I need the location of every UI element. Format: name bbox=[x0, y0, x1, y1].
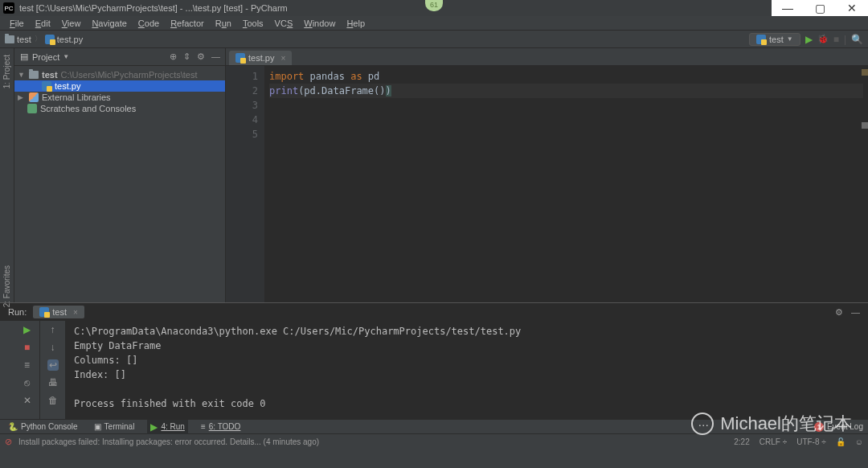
tab-label: 4: Run bbox=[161, 422, 184, 431]
run-config-label: test bbox=[769, 35, 784, 44]
close-icon[interactable]: × bbox=[73, 308, 78, 317]
breadcrumb-separator: 〉 bbox=[35, 34, 42, 44]
editor-tabs: test.py × bbox=[226, 48, 868, 66]
tab-label: Terminal bbox=[104, 422, 135, 431]
tab-python-console[interactable]: 🐍 Python Console bbox=[5, 421, 81, 433]
scratch-icon bbox=[27, 104, 37, 113]
editor: test.py × 1 2 3 4 5 import pandas as pd … bbox=[226, 48, 868, 302]
rail-project[interactable]: 1: Project bbox=[2, 55, 11, 88]
menu-refactor[interactable]: Refactor bbox=[166, 17, 209, 30]
readonly-icon[interactable]: 🔓 bbox=[836, 437, 845, 446]
tab-label: 6: TODO bbox=[209, 422, 241, 431]
code-area[interactable]: import pandas as pd print(pd.DataFrame()… bbox=[264, 66, 868, 302]
task-badge[interactable]: 61 bbox=[425, 0, 443, 11]
tree-extlib-label: External Libraries bbox=[42, 92, 111, 102]
print-icon[interactable]: 🖶 bbox=[47, 377, 59, 388]
tab-run[interactable]: ▶ 4: Run bbox=[147, 420, 187, 434]
gear-icon[interactable]: ⚙ bbox=[197, 51, 205, 62]
code-line-2: print(pd.DataFrame()) bbox=[269, 84, 863, 98]
project-view-icon: ▤ bbox=[19, 52, 29, 62]
inspector-icon[interactable]: ☺ bbox=[855, 437, 863, 446]
python-icon: 🐍 bbox=[8, 422, 18, 431]
expand-arrow-icon[interactable]: ▶ bbox=[18, 93, 26, 101]
close-button[interactable]: ✕ bbox=[836, 0, 868, 16]
hide-icon[interactable]: — bbox=[211, 51, 220, 62]
stop-icon[interactable]: ■ bbox=[22, 342, 33, 353]
caret-position[interactable]: 2:22 bbox=[734, 437, 749, 446]
breadcrumb-folder[interactable]: test bbox=[5, 35, 31, 44]
python-file-icon bbox=[42, 81, 51, 91]
search-everywhere-icon[interactable]: 🔍 bbox=[851, 34, 863, 45]
trash-icon[interactable]: 🗑 bbox=[47, 395, 59, 406]
run-tab[interactable]: test × bbox=[33, 306, 84, 318]
status-bar: ⊘ Install packages failed: Installing pa… bbox=[0, 433, 868, 450]
stop-button[interactable]: ■ bbox=[833, 34, 839, 45]
menu-vcs[interactable]: VCS bbox=[270, 17, 298, 30]
close-icon[interactable]: ✕ bbox=[22, 395, 33, 406]
gear-icon[interactable]: ⚙ bbox=[835, 307, 843, 318]
notification-badge[interactable]: 1 bbox=[814, 422, 824, 432]
menu-help[interactable]: Help bbox=[342, 17, 370, 30]
rail-favorites[interactable]: 2: Favorites bbox=[2, 265, 11, 307]
menu-tools[interactable]: Tools bbox=[238, 17, 268, 30]
menu-view[interactable]: View bbox=[57, 17, 86, 30]
run-config-selector[interactable]: test ▼ bbox=[749, 33, 800, 46]
menu-file[interactable]: File bbox=[5, 17, 29, 30]
tab-terminal[interactable]: ▣ Terminal bbox=[91, 421, 138, 433]
editor-body[interactable]: 1 2 3 4 5 import pandas as pd print(pd.D… bbox=[226, 66, 868, 302]
up-arrow-icon[interactable]: ↑ bbox=[47, 324, 59, 335]
tree-scratches[interactable]: Scratches and Consoles bbox=[14, 103, 225, 114]
breadcrumb-folder-label: test bbox=[17, 35, 31, 44]
expand-arrow-icon[interactable]: ▼ bbox=[18, 71, 26, 79]
scroll-warning-marker[interactable] bbox=[862, 69, 868, 76]
console-output[interactable]: C:\ProgramData\Anaconda3\python.exe C:/U… bbox=[66, 321, 868, 419]
library-icon bbox=[29, 92, 39, 102]
down-arrow-icon[interactable]: ↓ bbox=[47, 342, 59, 353]
tree-file[interactable]: test.py bbox=[14, 80, 225, 92]
breadcrumb-file[interactable]: test.py bbox=[45, 35, 83, 44]
menu-window[interactable]: Window bbox=[299, 17, 340, 30]
menu-edit[interactable]: Edit bbox=[31, 17, 55, 30]
terminal-icon: ▣ bbox=[94, 422, 101, 431]
line-separator[interactable]: CRLF ÷ bbox=[760, 437, 787, 446]
tab-todo[interactable]: ≡ 6: TODO bbox=[198, 421, 244, 433]
tree-root[interactable]: ▼ test C:\Users\Mic\PycharmProjects\test bbox=[14, 69, 225, 80]
todo-icon: ≡ bbox=[201, 422, 206, 431]
run-panel-header: Run: test × ⚙ — bbox=[0, 303, 868, 321]
menu-code[interactable]: Code bbox=[133, 17, 164, 30]
wrap-icon[interactable]: ↩ bbox=[47, 359, 59, 371]
debug-button[interactable]: 🐞 bbox=[817, 34, 829, 44]
pin-icon[interactable]: ⎋ bbox=[22, 377, 33, 388]
menu-run[interactable]: Run bbox=[211, 17, 236, 30]
editor-tab-testpy[interactable]: test.py × bbox=[229, 51, 292, 65]
play-icon: ▶ bbox=[150, 421, 158, 433]
tree-external-libraries[interactable]: ▶ External Libraries bbox=[14, 92, 225, 103]
line-number: 2 bbox=[226, 84, 258, 98]
breadcrumb-file-label: test.py bbox=[57, 35, 83, 44]
line-number: 5 bbox=[226, 127, 258, 142]
title-bar: PC test [C:\Users\Mic\PycharmProjects\te… bbox=[0, 0, 868, 16]
scroll-marker[interactable] bbox=[862, 122, 868, 129]
divider: | bbox=[844, 34, 846, 45]
line-number: 1 bbox=[226, 69, 258, 84]
run-button[interactable]: ▶ bbox=[805, 34, 813, 45]
close-tab-icon[interactable]: × bbox=[280, 54, 285, 63]
maximize-button[interactable]: ▢ bbox=[804, 0, 836, 16]
run-tab-label: test bbox=[52, 307, 67, 317]
layout-icon[interactable]: ≡ bbox=[22, 359, 33, 371]
chevron-down-icon[interactable]: ▼ bbox=[63, 53, 69, 60]
collapse-icon[interactable]: ⇕ bbox=[183, 51, 190, 62]
warning-icon[interactable]: ⊘ bbox=[5, 437, 12, 447]
app-icon: PC bbox=[3, 2, 14, 14]
project-tree: ▼ test C:\Users\Mic\PycharmProjects\test… bbox=[14, 66, 225, 117]
file-encoding[interactable]: UTF-8 ÷ bbox=[796, 437, 826, 446]
menu-navigate[interactable]: Navigate bbox=[87, 17, 131, 30]
tab-event-log[interactable]: Event Log bbox=[827, 422, 863, 431]
rerun-icon[interactable]: ▶ bbox=[22, 324, 33, 335]
left-tool-rail: 1: Project 2: Favorites 7: Structure bbox=[0, 48, 14, 302]
locate-icon[interactable]: ⊕ bbox=[170, 51, 177, 62]
minimize-button[interactable]: — bbox=[772, 0, 804, 16]
status-message[interactable]: Install packages failed: Installing pack… bbox=[18, 437, 319, 446]
gutter: 1 2 3 4 5 bbox=[226, 66, 264, 302]
hide-icon[interactable]: — bbox=[851, 307, 860, 318]
